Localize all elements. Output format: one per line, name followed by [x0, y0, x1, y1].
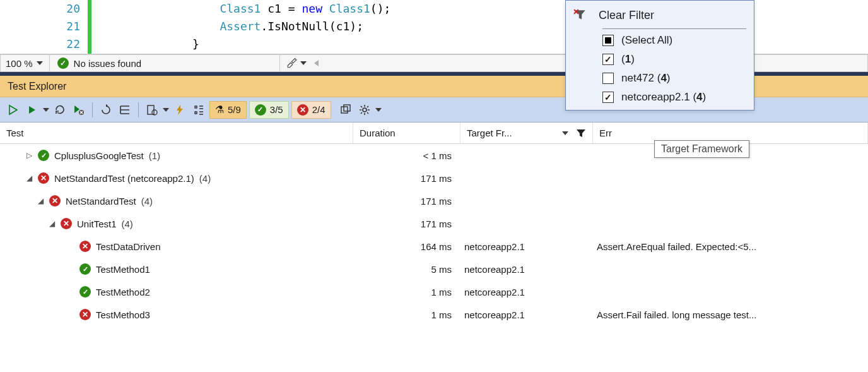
- svg-rect-1: [148, 105, 154, 114]
- table-row[interactable]: ✕TestDataDriven164 msnetcoreapp2.1Assert…: [0, 235, 868, 258]
- settings-doc-icon: [146, 104, 158, 116]
- summary-total-pill[interactable]: ⚗ 5/9: [209, 101, 247, 119]
- filter-option[interactable]: net472 (4): [602, 72, 746, 85]
- windows-icon: [340, 104, 351, 116]
- svg-point-5: [363, 108, 367, 112]
- playlist-icon: [100, 104, 112, 116]
- zoom-dropdown[interactable]: 100 %: [1, 55, 50, 71]
- run-all-button[interactable]: [5, 102, 21, 118]
- expander-icon[interactable]: ◢: [48, 219, 56, 228]
- error-cell: Assert.AreEqual failed. Expected:<5...: [593, 241, 868, 252]
- clear-filter-icon: [573, 8, 587, 22]
- checkbox-icon: [602, 73, 614, 84]
- paintbrush-icon: [286, 57, 298, 69]
- fail-icon: ✕: [38, 172, 49, 184]
- play-cancel-icon: [73, 104, 85, 116]
- svg-rect-3: [341, 107, 348, 113]
- line-number: 21: [66, 18, 80, 35]
- issues-text: No issues found: [74, 58, 142, 69]
- dropdown-icon[interactable]: [562, 131, 568, 135]
- hierarchy-icon: [119, 104, 131, 116]
- tooltip: Target Framework: [654, 140, 749, 158]
- gear-button[interactable]: [356, 102, 373, 118]
- separator: [138, 102, 139, 117]
- filter-option[interactable]: (Select All): [602, 34, 746, 47]
- play-icon: [27, 105, 37, 115]
- duration-cell: 171 ms: [353, 196, 460, 207]
- panel-title: Test Explorer: [8, 81, 66, 92]
- header-duration[interactable]: Duration: [353, 123, 460, 143]
- pass-icon: ✓: [79, 286, 91, 297]
- run-failed-button[interactable]: [71, 102, 87, 118]
- repeat-button[interactable]: [52, 102, 68, 118]
- test-name: TestDataDriven: [96, 241, 161, 252]
- pass-count: 3/5: [270, 104, 283, 115]
- chevron-down-icon[interactable]: [43, 108, 49, 112]
- table-row[interactable]: ◢✕UnitTest1 (4)171 ms: [0, 212, 868, 235]
- expander-icon[interactable]: ◢: [25, 174, 33, 183]
- gear-icon: [359, 104, 370, 116]
- header-target-framework[interactable]: Target Fr...: [460, 123, 593, 143]
- issues-status[interactable]: ✓ No issues found: [50, 55, 150, 71]
- duration-cell: < 1 ms: [353, 150, 460, 161]
- table-row[interactable]: ◢✕NetStandardTest (netcoreapp2.1) (4)171…: [0, 167, 868, 189]
- list-tree-icon: [193, 104, 204, 116]
- group-by-button[interactable]: [117, 102, 133, 118]
- duration-cell: 171 ms: [353, 219, 460, 229]
- target-framework-cell: netcoreapp2.1: [460, 309, 593, 320]
- fail-icon: ✕: [61, 218, 72, 229]
- run-button[interactable]: [24, 102, 40, 118]
- line-number: 22: [66, 35, 80, 53]
- test-count: (4): [199, 173, 211, 184]
- filter-option[interactable]: (1): [602, 53, 746, 66]
- flask-icon: ⚗: [215, 104, 224, 116]
- table-row[interactable]: ✕TestMethod31 msnetcoreapp2.1Assert.Fail…: [0, 303, 868, 326]
- pass-icon: ✓: [38, 150, 49, 161]
- target-framework-cell: netcoreapp2.1: [460, 241, 593, 252]
- play-outline-icon: [8, 104, 19, 116]
- table-row[interactable]: ✓TestMethod15 msnetcoreapp2.1: [0, 258, 868, 280]
- settings-button[interactable]: [144, 102, 160, 118]
- fail-icon: ✕: [49, 195, 61, 207]
- chevron-down-icon[interactable]: [375, 108, 382, 112]
- summary-pass-pill[interactable]: ✓ 3/5: [249, 101, 289, 119]
- duration-cell: 5 ms: [353, 264, 460, 275]
- test-name: CplusplusGoogleTest: [54, 150, 144, 161]
- duration-cell: 1 ms: [353, 287, 460, 297]
- test-name: NetStandardTest: [66, 196, 136, 207]
- filter-option-label: (1): [621, 53, 635, 66]
- fail-icon: ✕: [297, 104, 308, 116]
- duration-cell: 1 ms: [353, 309, 460, 320]
- pass-icon: ✓: [79, 263, 91, 275]
- duration-cell: 171 ms: [353, 173, 460, 184]
- columns-button[interactable]: [191, 102, 207, 118]
- clear-filter-row[interactable]: Clear Filter: [573, 8, 746, 28]
- expand-button[interactable]: [337, 102, 354, 118]
- header-test[interactable]: Test: [0, 123, 353, 143]
- table-row[interactable]: ✓TestMethod21 msnetcoreapp2.1: [0, 280, 868, 303]
- test-count: (4): [122, 219, 133, 229]
- arrow-left-icon: [314, 60, 319, 66]
- analyze-button[interactable]: [172, 102, 188, 118]
- repeat-icon: [54, 104, 66, 116]
- checkbox-icon: [602, 35, 614, 46]
- filter-option[interactable]: netcoreapp2.1 (4): [602, 91, 746, 104]
- clear-filter-label: Clear Filter: [599, 9, 654, 22]
- expander-icon[interactable]: ▷: [25, 151, 33, 160]
- brush-tool[interactable]: [279, 55, 325, 71]
- target-framework-cell: netcoreapp2.1: [460, 264, 593, 275]
- table-row[interactable]: ◢✕NetStandardTest (4)171 ms: [0, 189, 868, 212]
- test-count: (4): [141, 196, 153, 207]
- filter-icon[interactable]: [576, 128, 586, 138]
- summary-fail-pill[interactable]: ✕ 2/4: [291, 101, 331, 119]
- filter-option-label: (Select All): [621, 34, 672, 47]
- chevron-down-icon[interactable]: [163, 108, 169, 112]
- expander-icon[interactable]: ◢: [37, 196, 44, 205]
- fail-icon: ✕: [79, 241, 91, 252]
- test-grid: ▷✓CplusplusGoogleTest (1)< 1 ms◢✕NetStan…: [0, 144, 868, 326]
- separator: [92, 102, 93, 117]
- playlist-button[interactable]: [98, 102, 114, 118]
- filter-option-label: netcoreapp2.1 (4): [621, 91, 706, 104]
- chevron-down-icon: [300, 61, 307, 65]
- checkbox-icon: [602, 54, 614, 65]
